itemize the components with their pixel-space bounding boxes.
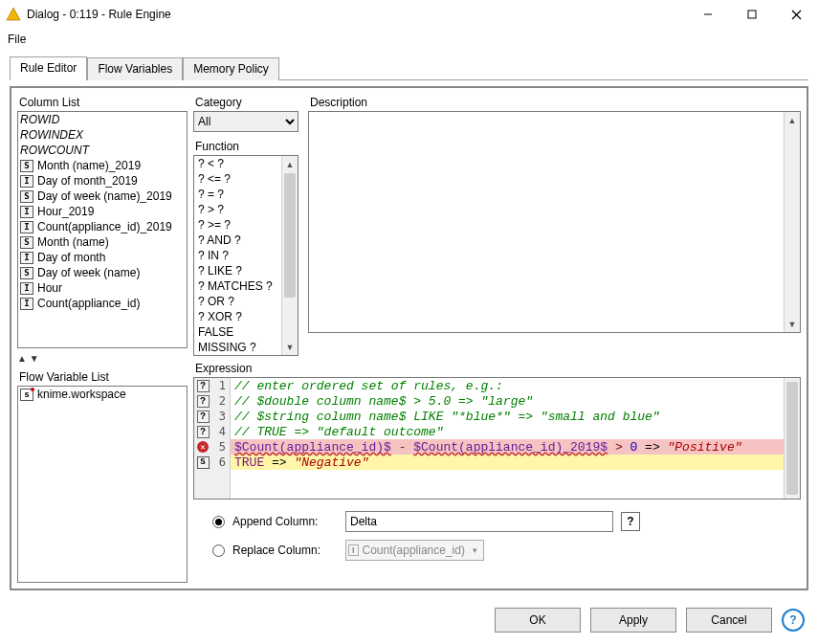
list-item: ? >= ?: [194, 217, 281, 233]
error-icon: ✕: [194, 441, 211, 453]
list-item: SDay of week (name): [18, 265, 187, 280]
tab-memory-policy[interactable]: Memory Policy: [183, 57, 279, 80]
scroll-up-icon[interactable]: ▲: [785, 112, 800, 128]
scroll-thumb[interactable]: [786, 382, 798, 495]
minimize-button[interactable]: [686, 0, 730, 29]
list-item: SMonth (name): [18, 234, 187, 250]
scrollbar[interactable]: ▲ ▼: [784, 112, 800, 332]
list-item: ? OR ?: [194, 294, 281, 309]
help-icon[interactable]: ?: [621, 512, 640, 531]
menu-file[interactable]: File: [8, 33, 26, 46]
list-item: SDay of week (name)_2019: [18, 189, 187, 204]
list-item: IDay of month: [18, 250, 187, 265]
description-area: ▲ ▼: [308, 111, 801, 333]
flow-variable-list[interactable]: s knime.workspace: [17, 386, 188, 583]
maximize-button[interactable]: [730, 0, 774, 29]
list-item: ? AND ?: [194, 233, 281, 248]
list-item: ? > ?: [194, 202, 281, 217]
close-button[interactable]: [774, 0, 818, 29]
list-item: ROWID: [18, 112, 187, 127]
list-item: IHour_2019: [18, 204, 187, 219]
help-button[interactable]: ?: [782, 609, 805, 632]
flow-variable-list-label: Flow Variable List: [17, 368, 188, 386]
category-label: Category: [193, 94, 298, 111]
hint-icon: ?: [194, 395, 211, 408]
dialog-window: Dialog - 0:119 - Rule Engine File Rule E…: [0, 0, 818, 644]
description-label: Description: [308, 94, 801, 111]
apply-button[interactable]: Apply: [590, 608, 676, 633]
replace-column-select[interactable]: I Count(appliance_id) ▾: [345, 540, 484, 561]
list-item: MISSING ?: [194, 340, 281, 355]
titlebar: Dialog - 0:119 - Rule Engine: [0, 0, 818, 29]
app-icon: [6, 7, 21, 22]
replace-column-label: Replace Column:: [232, 544, 338, 557]
splitter-handle[interactable]: ▲ ▼: [17, 352, 188, 365]
list-item: ? <= ?: [194, 171, 281, 187]
list-item: IDay of month_2019: [18, 173, 187, 189]
list-item: ? MATCHES ?: [194, 278, 281, 294]
svg-marker-0: [7, 8, 20, 20]
code-area[interactable]: // enter ordered set of rules, e.g.: // …: [231, 378, 800, 499]
rule-editor-panel: Column List ROWID ROWINDEX ROWCOUNT SMon…: [10, 86, 808, 590]
function-label: Function: [193, 138, 298, 155]
window-buttons: [686, 0, 818, 29]
int-type-icon: I: [348, 544, 359, 556]
list-item: FALSE: [194, 324, 281, 340]
list-item: ? < ?: [194, 156, 281, 171]
window-title: Dialog - 0:119 - Rule Engine: [27, 8, 686, 21]
output-options: Append Column: ? Replace Column: I Count…: [193, 503, 801, 565]
append-column-label: Append Column:: [232, 515, 338, 528]
ok-button[interactable]: OK: [495, 608, 581, 633]
list-item: SMonth (name)_2019: [18, 158, 187, 173]
hint-icon: ?: [194, 411, 211, 423]
category-select[interactable]: All: [193, 111, 298, 132]
list-item: ROWINDEX: [18, 127, 187, 143]
tab-flow-variables[interactable]: Flow Variables: [87, 57, 183, 80]
tab-rule-editor[interactable]: Rule Editor: [10, 56, 87, 80]
scroll-up-icon[interactable]: ▲: [282, 156, 298, 172]
list-item: ? XOR ?: [194, 309, 281, 324]
list-item: ? IN ?: [194, 248, 281, 263]
list-item: ? = ?: [194, 187, 281, 202]
cancel-button[interactable]: Cancel: [686, 608, 772, 633]
expression-editor[interactable]: ?1 ?2 ?3 ?4 ✕5 S6 // enter ordered set o…: [193, 377, 801, 500]
column-list-label: Column List: [17, 94, 188, 111]
function-list[interactable]: ? < ? ? <= ? ? = ? ? > ? ? >= ? ? AND ? …: [193, 155, 298, 356]
scrollbar[interactable]: [784, 378, 800, 499]
list-item: ? LIKE ?: [194, 263, 281, 278]
list-item: ROWCOUNT: [18, 143, 187, 158]
scroll-down-icon[interactable]: ▼: [785, 316, 800, 332]
replace-column-radio[interactable]: [212, 544, 225, 557]
append-column-radio[interactable]: [212, 516, 225, 528]
svg-rect-2: [748, 11, 756, 18]
list-item: IHour: [18, 280, 187, 296]
chevron-down-icon: ▾: [469, 545, 481, 555]
list-item: ICount(appliance_id): [18, 296, 187, 311]
scrollbar[interactable]: ▲ ▼: [281, 156, 298, 355]
expression-label: Expression: [193, 360, 801, 377]
list-item: s knime.workspace: [18, 387, 187, 402]
scroll-down-icon[interactable]: ▼: [282, 339, 298, 355]
hint-icon: ?: [194, 426, 211, 438]
editor-gutter: ?1 ?2 ?3 ?4 ✕5 S6: [194, 378, 231, 499]
string-type-icon: s: [20, 389, 33, 401]
append-column-input[interactable]: [345, 511, 613, 532]
tabs: Rule Editor Flow Variables Memory Policy: [10, 56, 808, 80]
list-item: ICount(appliance_id)_2019: [18, 219, 187, 234]
column-list[interactable]: ROWID ROWINDEX ROWCOUNT SMonth (name)_20…: [17, 111, 188, 348]
dialog-buttons: OK Apply Cancel ?: [0, 598, 818, 644]
menubar: File: [0, 29, 818, 50]
hint-icon: ?: [194, 380, 211, 392]
scroll-thumb[interactable]: [284, 173, 296, 298]
string-icon: S: [194, 456, 211, 469]
